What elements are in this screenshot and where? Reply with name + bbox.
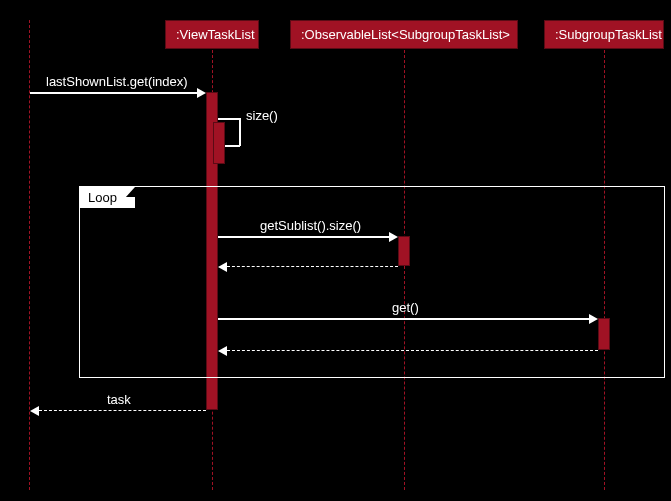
- return-task: [39, 410, 206, 411]
- return-head-m3: [218, 262, 227, 272]
- self-arrow-side: [239, 118, 241, 146]
- return-head-m4: [218, 346, 227, 356]
- return-head-task: [30, 406, 39, 416]
- self-arrow-top: [218, 118, 240, 120]
- msg-get: get(): [392, 300, 419, 315]
- lifeline-caller: [29, 20, 30, 490]
- loop-label: Loop: [80, 187, 125, 208]
- msg-task-return: task: [107, 392, 131, 407]
- arrow-head-m1: [197, 88, 206, 98]
- arrow-head-m4: [589, 314, 598, 324]
- arrow-head-m3: [389, 232, 398, 242]
- activation-size-self: [213, 122, 225, 164]
- msg-last-shown-list-get: lastShownList.get(index): [46, 74, 188, 89]
- activation-observable-list: [398, 236, 410, 266]
- arrow-m4: [218, 318, 590, 320]
- participant-subgroup-task-list: :SubgroupTaskList: [544, 20, 664, 49]
- participant-view-task-list: :ViewTaskList: [165, 20, 259, 49]
- return-m3: [227, 266, 398, 267]
- msg-size: size(): [246, 108, 278, 123]
- participant-observable-list: :ObservableList<SubgroupTaskList>: [290, 20, 518, 49]
- arrow-m3: [218, 236, 390, 238]
- arrow-m1: [30, 92, 198, 94]
- self-arrow-bottom: [224, 145, 240, 147]
- return-m4: [227, 350, 598, 351]
- msg-get-sublist-size: getSublist().size(): [260, 218, 361, 233]
- activation-subgroup-task-list: [598, 318, 610, 350]
